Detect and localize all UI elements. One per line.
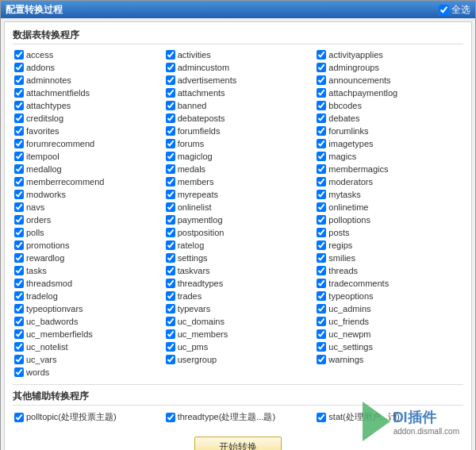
data-item-checkbox-forumlinks[interactable] [317,126,326,136]
data-item-checkbox-medallog[interactable] [14,164,24,174]
data-item-label-banned[interactable]: banned [178,101,207,110]
data-item-checkbox-uc_badwords[interactable] [14,317,24,326]
data-item-checkbox-uc_notelist[interactable] [14,342,24,352]
select-all-checkbox[interactable] [439,5,449,15]
data-item-label-forums[interactable]: forums [178,139,205,148]
data-item-checkbox-onlinetime[interactable] [317,202,326,212]
data-item-checkbox-uc_newpm[interactable] [317,329,326,339]
data-item-checkbox-medals[interactable] [166,164,175,174]
data-item-label-mytasks[interactable]: mytasks [328,190,360,199]
data-item-label-admincustom[interactable]: admincustom [178,63,229,72]
data-item-label-uc_members[interactable]: uc_members [178,329,228,339]
data-item-label-uc_badwords[interactable]: uc_badwords [26,317,78,326]
data-item-checkbox-typeoptionvars[interactable] [14,304,24,313]
data-item-label-attachtypes[interactable]: attachtypes [26,101,71,110]
data-item-label-threads[interactable]: threads [328,266,358,275]
data-item-label-bbcodes[interactable]: bbcodes [328,101,362,110]
helper-item-label-stat_process[interactable]: stat(处理用户...计) [328,411,399,423]
data-item-label-uc_memberfields[interactable]: uc_memberfields [26,329,93,339]
data-item-label-uc_pms[interactable]: uc_pms [178,342,209,352]
data-item-checkbox-rewardlog[interactable] [14,253,24,263]
data-item-checkbox-attachpaymentlog[interactable] [317,88,326,98]
data-item-checkbox-attachmentfields[interactable] [14,88,24,98]
data-item-checkbox-tasks[interactable] [14,266,24,275]
data-item-checkbox-attachments[interactable] [166,88,175,98]
data-item-checkbox-forumrecommend[interactable] [14,139,24,148]
data-item-label-warnings[interactable]: warnings [328,355,363,364]
data-item-label-threadtypes[interactable]: threadtypes [178,279,223,288]
data-item-checkbox-membermagics[interactable] [317,164,326,174]
data-item-checkbox-warnings[interactable] [317,355,326,364]
data-item-checkbox-uc_settings[interactable] [317,342,326,352]
data-item-label-attachments[interactable]: attachments [178,88,225,98]
data-item-checkbox-members[interactable] [166,177,175,187]
data-item-label-debates[interactable]: debates [328,113,359,123]
data-item-checkbox-taskvars[interactable] [166,266,175,275]
data-item-label-uc_friends[interactable]: uc_friends [328,317,369,326]
data-item-checkbox-tradecomments[interactable] [317,279,326,288]
data-item-checkbox-creditslog[interactable] [14,113,24,123]
data-item-label-polls[interactable]: polls [26,228,44,237]
data-item-label-adminnotes[interactable]: adminnotes [26,75,71,85]
start-button[interactable]: 开始转换 [194,437,282,450]
data-item-label-uc_admins[interactable]: uc_admins [328,304,370,313]
data-item-checkbox-uc_friends[interactable] [317,317,326,326]
data-item-label-magics[interactable]: magics [328,152,356,161]
data-item-label-members[interactable]: members [178,177,214,187]
data-item-checkbox-uc_domains[interactable] [166,317,175,326]
data-item-checkbox-uc_members[interactable] [166,329,175,339]
data-item-label-uc_notelist[interactable]: uc_notelist [26,342,68,352]
data-item-label-activities[interactable]: activities [178,50,211,60]
data-item-label-regips[interactable]: regips [328,240,352,250]
data-item-label-uc_domains[interactable]: uc_domains [178,317,225,326]
data-item-label-medallog[interactable]: medallog [26,164,62,174]
data-item-checkbox-forums[interactable] [166,139,175,148]
data-item-label-itempool[interactable]: itempool [26,152,60,161]
data-item-checkbox-addons[interactable] [14,63,24,72]
data-item-label-announcements[interactable]: announcements [328,75,390,85]
data-item-label-modworks[interactable]: modworks [26,190,66,199]
data-item-label-magiclog[interactable]: magiclog [178,152,213,161]
data-item-checkbox-promotions[interactable] [14,240,24,250]
data-item-label-typevars[interactable]: typevars [178,304,211,313]
data-item-label-trades[interactable]: trades [178,291,202,301]
data-item-label-memberrecommend[interactable]: memberrecommend [26,177,104,187]
data-item-label-taskvars[interactable]: taskvars [178,266,210,275]
data-item-checkbox-attachtypes[interactable] [14,101,24,110]
data-item-label-myrepeats[interactable]: myrepeats [178,190,218,199]
data-item-checkbox-trades[interactable] [166,291,175,301]
data-item-checkbox-announcements[interactable] [317,75,326,85]
data-item-checkbox-orders[interactable] [14,215,24,225]
data-item-checkbox-imagetypes[interactable] [317,139,326,148]
data-item-checkbox-adminnotes[interactable] [14,75,24,85]
data-item-label-favorites[interactable]: favorites [26,126,60,136]
data-item-checkbox-modworks[interactable] [14,190,24,199]
data-item-label-onlinelist[interactable]: onlinelist [178,202,212,212]
data-item-checkbox-magics[interactable] [317,152,326,161]
data-item-label-medals[interactable]: medals [178,164,205,174]
data-item-checkbox-uc_pms[interactable] [166,342,175,352]
data-item-checkbox-posts[interactable] [317,228,326,237]
data-item-label-advertisements[interactable]: advertisements [178,75,237,85]
data-item-label-uc_vars[interactable]: uc_vars [26,355,57,364]
data-item-label-postposition[interactable]: postposition [178,228,225,237]
data-item-label-rewardlog[interactable]: rewardlog [26,253,64,263]
helper-item-checkbox-threadtype_process[interactable] [166,413,175,422]
data-item-checkbox-forumfields[interactable] [166,126,175,136]
data-item-checkbox-access[interactable] [14,50,24,60]
data-item-label-threadsmod[interactable]: threadsmod [26,279,72,288]
data-item-checkbox-tradelog[interactable] [14,291,24,301]
data-item-checkbox-debates[interactable] [317,113,326,123]
data-item-checkbox-threads[interactable] [317,266,326,275]
data-item-label-attachmentfields[interactable]: attachmentfields [26,88,90,98]
data-item-label-paymentlog[interactable]: paymentlog [178,215,223,225]
data-item-label-orders[interactable]: orders [26,215,51,225]
data-item-checkbox-ratelog[interactable] [166,240,175,250]
data-item-label-activityapplies[interactable]: activityapplies [328,50,382,60]
data-item-checkbox-admincustom[interactable] [166,63,175,72]
data-item-label-smilies[interactable]: smilies [328,253,355,263]
data-item-checkbox-threadsmod[interactable] [14,279,24,288]
data-item-checkbox-postposition[interactable] [166,228,175,237]
data-item-checkbox-bbcodes[interactable] [317,101,326,110]
data-item-label-polloptions[interactable]: polloptions [328,215,370,225]
